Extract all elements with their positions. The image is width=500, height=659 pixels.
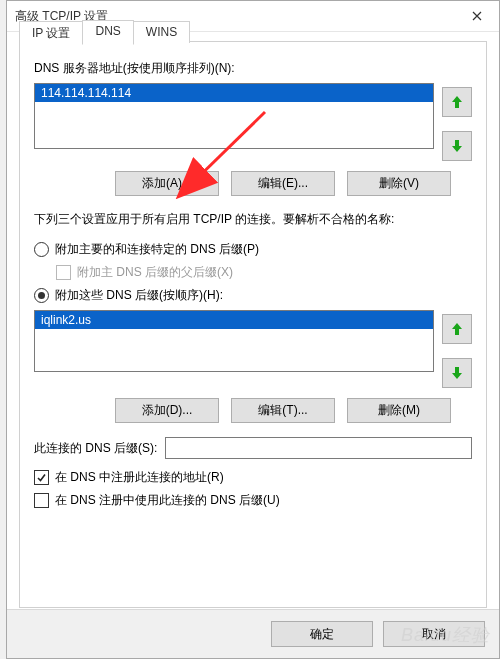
button-label: 添加(D)...: [142, 402, 193, 419]
dialog-window: 高级 TCP/IP 设置 IP 设置 DNS WINS DNS 服务器地址(按使…: [6, 0, 500, 659]
tab-panel: IP 设置 DNS WINS DNS 服务器地址(按使用顺序排列)(N): 11…: [19, 41, 487, 608]
tab-ip-settings[interactable]: IP 设置: [19, 21, 83, 43]
checkbox-label: 在 DNS 中注册此连接的地址(R): [55, 469, 224, 486]
button-label: 确定: [310, 626, 334, 643]
tab-label: WINS: [146, 25, 177, 39]
tab-wins[interactable]: WINS: [133, 21, 190, 43]
checkbox-label: 在 DNS 注册中使用此连接的 DNS 后缀(U): [55, 492, 280, 509]
checkbox-icon: [34, 470, 49, 485]
cancel-button[interactable]: 取消: [383, 621, 485, 647]
suffix-explainer: 下列三个设置应用于所有启用 TCP/IP 的连接。要解析不合格的名称:: [34, 210, 472, 229]
dns-suffixes-buttons: 添加(D)... 编辑(T)... 删除(M): [34, 398, 472, 423]
check-register-address-row[interactable]: 在 DNS 中注册此连接的地址(R): [34, 469, 472, 486]
move-down-button[interactable]: [442, 358, 472, 388]
tab-dns[interactable]: DNS: [82, 20, 133, 45]
radio-primary-suffix-row[interactable]: 附加主要的和连接特定的 DNS 后缀(P): [34, 241, 472, 258]
list-item[interactable]: iqlink2.us: [35, 311, 433, 329]
radio-label: 附加这些 DNS 后缀(按顺序)(H):: [55, 287, 223, 304]
checkbox-label: 附加主 DNS 后缀的父后缀(X): [77, 264, 233, 281]
delete-suffix-button[interactable]: 删除(M): [347, 398, 451, 423]
check-use-suffix-row[interactable]: 在 DNS 注册中使用此连接的 DNS 后缀(U): [34, 492, 472, 509]
checkbox-icon: [34, 493, 49, 508]
radio-these-suffixes-row[interactable]: 附加这些 DNS 后缀(按顺序)(H):: [34, 287, 472, 304]
dns-servers-listbox[interactable]: 114.114.114.114: [34, 83, 434, 149]
move-up-button[interactable]: [442, 87, 472, 117]
radio-label: 附加主要的和连接特定的 DNS 后缀(P): [55, 241, 259, 258]
dialog-footer: 确定 取消: [7, 609, 499, 658]
radio-icon: [34, 288, 49, 303]
dns-suffixes-reorder: [442, 310, 472, 388]
move-up-button[interactable]: [442, 314, 472, 344]
add-suffix-button[interactable]: 添加(D)...: [115, 398, 219, 423]
radio-icon: [34, 242, 49, 257]
ok-button[interactable]: 确定: [271, 621, 373, 647]
tab-label: DNS: [95, 24, 120, 38]
add-dns-server-button[interactable]: 添加(A)...: [115, 171, 219, 196]
connection-suffix-row: 此连接的 DNS 后缀(S):: [34, 437, 472, 459]
button-label: 编辑(T)...: [258, 402, 307, 419]
dns-servers-label: DNS 服务器地址(按使用顺序排列)(N):: [34, 60, 472, 77]
edit-suffix-button[interactable]: 编辑(T)...: [231, 398, 335, 423]
dns-servers-row: 114.114.114.114: [34, 83, 472, 161]
move-down-button[interactable]: [442, 131, 472, 161]
arrow-down-icon: [451, 366, 463, 380]
arrow-down-icon: [451, 139, 463, 153]
button-label: 取消: [422, 626, 446, 643]
dns-servers-reorder: [442, 83, 472, 161]
dns-tab-content: DNS 服务器地址(按使用顺序排列)(N): 114.114.114.114 添…: [20, 42, 486, 525]
close-button[interactable]: [454, 1, 499, 31]
dns-servers-buttons: 添加(A)... 编辑(E)... 删除(V): [34, 171, 472, 196]
button-label: 编辑(E)...: [258, 175, 308, 192]
connection-suffix-input[interactable]: [165, 437, 472, 459]
tab-label: IP 设置: [32, 26, 70, 40]
delete-dns-server-button[interactable]: 删除(V): [347, 171, 451, 196]
dns-suffixes-listbox[interactable]: iqlink2.us: [34, 310, 434, 372]
button-label: 添加(A)...: [142, 175, 192, 192]
connection-suffix-label: 此连接的 DNS 后缀(S):: [34, 440, 157, 457]
checkbox-icon: [56, 265, 71, 280]
tab-strip: IP 设置 DNS WINS: [19, 20, 189, 42]
check-parent-suffix-row: 附加主 DNS 后缀的父后缀(X): [56, 264, 472, 281]
arrow-up-icon: [451, 322, 463, 336]
close-icon: [472, 11, 482, 21]
dns-suffixes-row: iqlink2.us: [34, 310, 472, 388]
button-label: 删除(V): [379, 175, 419, 192]
arrow-up-icon: [451, 95, 463, 109]
edit-dns-server-button[interactable]: 编辑(E)...: [231, 171, 335, 196]
list-item[interactable]: 114.114.114.114: [35, 84, 433, 102]
button-label: 删除(M): [378, 402, 420, 419]
